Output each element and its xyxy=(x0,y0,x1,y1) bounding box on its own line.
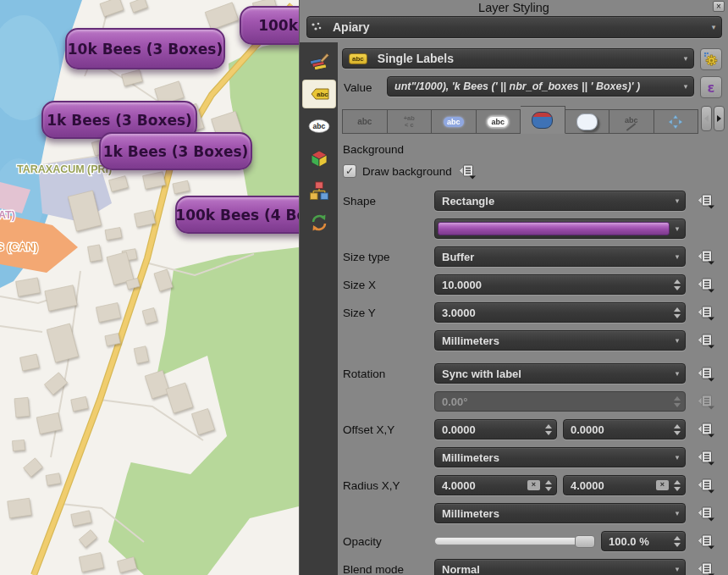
opacity-value: 100.0 % xyxy=(602,535,671,548)
chevron-down-icon: ▾ xyxy=(670,336,685,345)
rotation-label: Rotation xyxy=(343,368,434,380)
offset-x-value: 0.0000 xyxy=(435,423,543,436)
tab-shadow[interactable] xyxy=(565,109,610,134)
offset-y-value: 0.0000 xyxy=(564,423,671,436)
sidebar-item-diagrams[interactable] xyxy=(303,177,335,204)
radius-label: Radius X,Y xyxy=(343,479,434,492)
diagram-icon xyxy=(309,180,329,201)
data-defined-override-button[interactable] xyxy=(697,477,715,494)
data-defined-override-button[interactable] xyxy=(697,248,715,265)
sidebar-item-symbology[interactable] xyxy=(303,48,335,75)
data-defined-override-button[interactable] xyxy=(697,505,715,522)
draw-background-label: Draw background xyxy=(362,165,452,178)
section-title-background: Background xyxy=(343,143,725,156)
text-tab-icon: abc xyxy=(357,117,372,126)
data-defined-override-button[interactable] xyxy=(697,533,715,550)
opacity-slider[interactable] xyxy=(434,537,595,545)
label-settings-tabs: abc +ab< c abc abc xyxy=(342,106,725,134)
label-mode-select[interactable]: abc Single Labels ▾ xyxy=(342,48,694,69)
close-icon[interactable]: × xyxy=(713,1,725,12)
opacity-slider-handle[interactable] xyxy=(575,535,595,548)
map-text-at: AT) xyxy=(0,209,15,221)
data-defined-override-button[interactable] xyxy=(458,163,477,180)
spinner-arrows[interactable] xyxy=(671,480,685,491)
draw-background-checkbox[interactable]: ✓ xyxy=(343,164,356,178)
data-defined-override-button xyxy=(697,393,715,410)
sidebar-item-labels[interactable]: abc xyxy=(303,80,335,108)
size-x-spinbox[interactable]: 10.0000 xyxy=(434,274,686,295)
map-text-can: S (CAN) xyxy=(0,241,38,253)
spinner-arrows[interactable] xyxy=(543,480,556,491)
data-defined-override-button[interactable] xyxy=(697,365,715,382)
tab-callouts[interactable]: abc xyxy=(609,109,654,134)
point-layer-icon xyxy=(307,21,326,33)
sidebar-item-3d-view[interactable] xyxy=(303,145,335,172)
purple-gradient-swatch xyxy=(438,222,670,235)
radius-y-spinbox[interactable]: 4.0000 × xyxy=(563,475,686,495)
history-arrows-icon xyxy=(309,213,329,233)
tab-background[interactable] xyxy=(521,106,565,134)
blend-mode-select[interactable]: Normal ▾ xyxy=(434,559,686,575)
opacity-spinbox[interactable]: 100.0 % xyxy=(601,531,686,551)
blend-mode-value: Normal xyxy=(435,563,670,575)
layer-select[interactable]: Apiary ▾ xyxy=(306,16,722,38)
chevron-down-icon: ▾ xyxy=(670,252,685,261)
sidebar-item-masks[interactable]: abc xyxy=(303,113,335,140)
value-expression-select[interactable]: unt"/1000), 'k Bees (' || nbr_of_boxes |… xyxy=(387,76,694,97)
chevron-down-icon: ▾ xyxy=(670,224,685,233)
radius-x-spinbox[interactable]: 4.0000 × xyxy=(434,475,557,495)
spinner-arrows[interactable] xyxy=(543,424,556,435)
size-y-spinbox[interactable]: 3.0000 xyxy=(434,302,686,323)
tabs-scroll-left-button[interactable] xyxy=(701,106,712,131)
tab-mask[interactable]: abc xyxy=(477,109,521,134)
data-defined-override-button[interactable] xyxy=(697,192,715,209)
mask-tab-icon: abc xyxy=(487,116,509,128)
formatting-tab-icon: +ab< c xyxy=(404,115,415,129)
radius-unit-select[interactable]: Millimeters ▾ xyxy=(434,503,686,523)
panel-title: Layer Styling xyxy=(478,1,549,14)
spinner-arrows xyxy=(671,396,685,407)
chevron-down-icon: ▾ xyxy=(670,453,685,462)
opacity-label: Opacity xyxy=(343,535,434,548)
rotation-mode-value: Sync with label xyxy=(435,368,670,380)
tab-text[interactable]: abc xyxy=(342,109,388,134)
clear-value-icon[interactable]: × xyxy=(527,480,540,490)
sidebar-item-history[interactable] xyxy=(303,209,335,236)
spinner-arrows[interactable] xyxy=(671,307,685,318)
data-defined-override-button[interactable] xyxy=(697,304,715,321)
offset-unit-select[interactable]: Millimeters ▾ xyxy=(434,447,686,467)
tab-buffer[interactable]: abc xyxy=(432,109,477,134)
automated-placement-button[interactable] xyxy=(700,48,722,70)
tab-formatting[interactable]: +ab< c xyxy=(388,109,433,134)
chevron-down-icon: ▾ xyxy=(678,82,693,91)
data-defined-override-button[interactable] xyxy=(697,276,715,293)
shape-select[interactable]: Rectangle ▾ xyxy=(434,191,686,211)
map-canvas[interactable]: TARAXACUM (PRI) AT) S (CAN) 10k Bees (3 … xyxy=(0,0,299,575)
expression-builder-button[interactable]: ε xyxy=(700,76,722,98)
offset-y-spinbox[interactable]: 0.0000 xyxy=(563,419,686,440)
background-tab-icon xyxy=(532,112,553,129)
spinner-arrows[interactable] xyxy=(671,536,685,547)
data-defined-override-button[interactable] xyxy=(697,449,715,466)
data-defined-override-button[interactable] xyxy=(697,421,715,438)
tab-placement[interactable] xyxy=(654,109,699,134)
value-label: Value xyxy=(342,81,381,94)
spinner-arrows[interactable] xyxy=(671,424,685,435)
size-x-label: Size X xyxy=(343,279,434,291)
chevron-down-icon: ▾ xyxy=(670,369,685,378)
size-unit-select[interactable]: Millimeters ▾ xyxy=(434,330,686,351)
data-defined-override-button[interactable] xyxy=(697,332,715,349)
offset-x-spinbox[interactable]: 0.0000 xyxy=(434,419,557,440)
tabs-scroll-right-button[interactable] xyxy=(714,106,725,131)
fill-color-select[interactable]: ▾ xyxy=(434,218,686,239)
styling-tool-strip: abc abc xyxy=(300,42,338,575)
offset-unit-value: Millimeters xyxy=(435,451,670,464)
clear-value-icon[interactable]: × xyxy=(656,480,669,490)
data-defined-override-button[interactable] xyxy=(697,561,715,575)
size-x-value: 10.0000 xyxy=(435,279,671,291)
size-type-select[interactable]: Buffer ▾ xyxy=(434,246,686,267)
spinner-arrows[interactable] xyxy=(671,279,685,290)
chevron-down-icon: ▾ xyxy=(678,54,693,63)
rotation-mode-select[interactable]: Sync with label ▾ xyxy=(434,363,686,384)
chevron-down-icon: ▾ xyxy=(670,196,685,205)
